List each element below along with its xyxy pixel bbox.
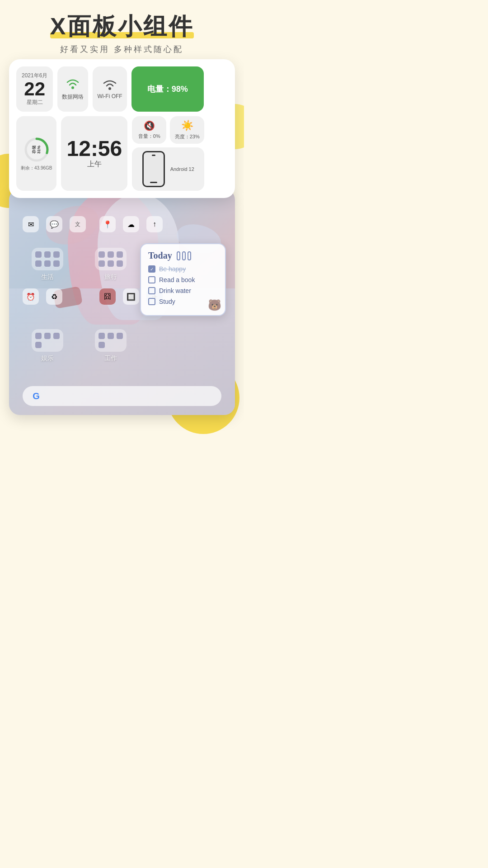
wifi-icon xyxy=(103,79,117,90)
battery-widget: 电量：98% xyxy=(131,66,204,112)
app-icon-location[interactable]: 📍 xyxy=(99,216,116,232)
todo-header: Today xyxy=(148,250,218,261)
folder-entertainment-label: 娱乐 xyxy=(41,354,54,363)
todo-text-3: Drink water xyxy=(159,287,191,294)
todo-checkbox-1[interactable] xyxy=(148,265,155,273)
todo-text-4: Study xyxy=(159,298,175,305)
storage-widget: 存储 31% 剩余：43.96GB xyxy=(16,116,56,191)
todo-text-2: Read a book xyxy=(159,276,195,283)
widget-panel: 2021年6月 22 星期二 数据网络 xyxy=(9,59,235,198)
svg-text:存储: 存储 xyxy=(32,145,36,154)
app-icons-row1: ✉ 💬 文 xyxy=(23,216,86,232)
bottom-search-bar[interactable]: G xyxy=(23,386,221,406)
brightness-label: 亮度：23% xyxy=(175,133,200,140)
todo-item-2[interactable]: Read a book xyxy=(148,276,218,283)
app-icon-4b[interactable]: 🔲 xyxy=(123,288,139,305)
header: X面板小组件 好看又实用 多种样式随心配 xyxy=(0,0,244,59)
app-icon-mail[interactable]: ✉ xyxy=(23,216,39,232)
todo-checkbox-4[interactable] xyxy=(148,298,155,305)
app-icon-3a[interactable]: ⏰ xyxy=(23,288,39,305)
wifi-widget[interactable]: Wi-Fi OFF xyxy=(93,66,127,112)
folder-entertainment[interactable]: 娱乐 xyxy=(32,329,63,363)
app-icons-row2: 📍 ☁ ↑ xyxy=(99,216,163,232)
bear-decoration: 🐻 xyxy=(208,299,221,311)
phone-display-widget: Android 12 xyxy=(132,147,204,191)
todo-item-4[interactable]: Study xyxy=(148,298,218,305)
page-title: X面板小组件 xyxy=(50,14,194,39)
folder-life-label: 生活 xyxy=(41,273,54,281)
signal-icon xyxy=(65,78,80,90)
svg-point-0 xyxy=(71,86,74,89)
todo-ring-2 xyxy=(182,251,186,260)
app-icon-upload[interactable]: ↑ xyxy=(146,216,163,232)
date-widget: 2021年6月 22 星期二 xyxy=(16,66,53,112)
folder-travel-label: 旅行 xyxy=(104,273,117,281)
storage-remaining: 剩余：43.96GB xyxy=(21,165,52,171)
todo-text-1: Be happy xyxy=(159,265,186,273)
app-icon-4a[interactable]: 囧 xyxy=(99,288,116,305)
todo-ring-1 xyxy=(177,251,180,260)
google-logo: G xyxy=(30,390,42,402)
app-icon-3b[interactable]: ♻ xyxy=(46,288,62,305)
todo-checkbox-2[interactable] xyxy=(148,276,155,283)
folder-life-icons xyxy=(32,248,63,270)
app-icons-row3: ⏰ ♻ xyxy=(23,288,62,305)
app-icon-text[interactable]: 文 xyxy=(70,216,86,232)
volume-widget[interactable]: 🔇 音量：0% xyxy=(132,116,166,144)
date-weekday: 星期二 xyxy=(27,99,43,106)
phone-outline-icon xyxy=(142,151,165,187)
svg-point-1 xyxy=(108,87,111,90)
brightness-widget[interactable]: ☀️ 亮度：23% xyxy=(170,116,204,144)
folder-travel-icons xyxy=(95,248,127,270)
volume-label: 音量：0% xyxy=(138,133,160,140)
phone-screen: ✉ 💬 文 📍 ☁ ↑ 生活 旅行 ⏰ ♻ xyxy=(9,189,235,415)
svg-text:31%: 31% xyxy=(37,146,41,154)
app-icon-weather[interactable]: ☁ xyxy=(123,216,139,232)
todo-rings xyxy=(177,251,191,260)
folder-life[interactable]: 生活 xyxy=(32,248,63,281)
todo-item-1[interactable]: Be happy xyxy=(148,265,218,273)
storage-ring: 存储 31% xyxy=(23,136,50,163)
volume-icon: 🔇 xyxy=(144,120,155,131)
folder-entertainment-icons xyxy=(32,329,63,352)
phone-display-label: Android 12 xyxy=(170,166,194,172)
folder-work[interactable]: 工作 xyxy=(95,329,127,363)
app-icon-chat[interactable]: 💬 xyxy=(46,216,62,232)
right-controls: 🔇 音量：0% ☀️ 亮度：23% Android 12 xyxy=(132,116,204,191)
date-day: 22 xyxy=(24,80,45,99)
battery-label: 电量：98% xyxy=(147,84,188,94)
todo-title: Today xyxy=(148,250,172,261)
brightness-icon: ☀️ xyxy=(181,120,193,132)
data-network-widget[interactable]: 数据网络 xyxy=(57,66,88,112)
clock-period: 上午 xyxy=(87,160,102,169)
widget-top-row: 2021年6月 22 星期二 数据网络 xyxy=(16,66,228,112)
data-network-label: 数据网络 xyxy=(62,93,84,101)
wifi-label: Wi-Fi OFF xyxy=(97,93,122,99)
clock-widget: 12:56 上午 xyxy=(61,116,127,191)
folder-work-label: 工作 xyxy=(104,354,117,363)
clock-time: 12:56 xyxy=(66,138,122,160)
folder-travel[interactable]: 旅行 xyxy=(95,248,127,281)
volume-brightness-row: 🔇 音量：0% ☀️ 亮度：23% xyxy=(132,116,204,144)
todo-checkbox-3[interactable] xyxy=(148,287,155,294)
header-subtitle: 好看又实用 多种样式随心配 xyxy=(0,44,244,55)
widget-bottom-row: 存储 31% 剩余：43.96GB 12:56 上午 🔇 音量：0% ☀️ 亮度… xyxy=(16,116,228,191)
folder-work-icons xyxy=(95,329,127,352)
todo-item-3[interactable]: Drink water xyxy=(148,287,218,294)
todo-widget: Today Be happy Read a book Drink water S… xyxy=(140,243,226,316)
todo-ring-3 xyxy=(188,251,191,260)
